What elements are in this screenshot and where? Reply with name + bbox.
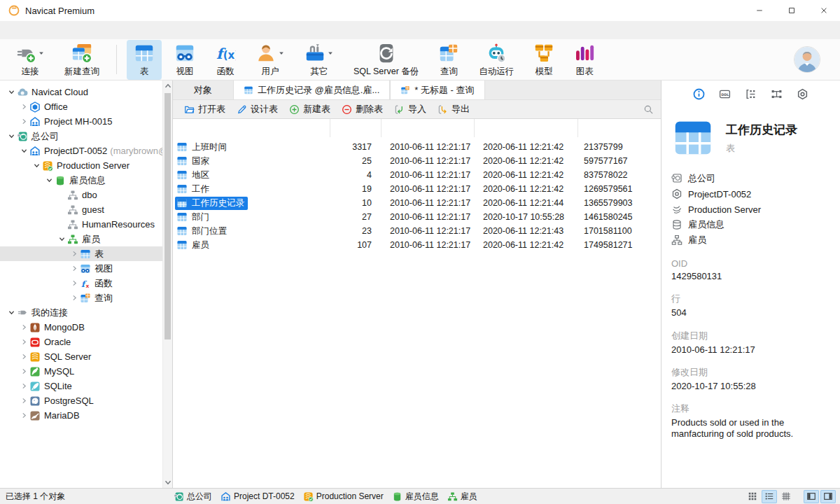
- table-row[interactable]: 国家 25 2010-06-11 12:21:17 2020-06-11 12:…: [173, 154, 661, 168]
- tree-item[interactable]: 表: [0, 246, 172, 261]
- object-toolbar-button[interactable]: 删除表: [336, 100, 388, 118]
- tree-item[interactable]: 总公司: [0, 129, 172, 144]
- toolbar-button[interactable]: 用户: [248, 40, 292, 80]
- column-header[interactable]: [382, 119, 475, 137]
- chevron-right-icon[interactable]: [69, 250, 80, 258]
- tree-item[interactable]: 视图: [0, 261, 172, 276]
- chevron-right-icon[interactable]: [18, 323, 29, 332]
- minimize-button[interactable]: [743, 0, 776, 21]
- object-toolbar-button[interactable]: 新建表: [284, 100, 336, 118]
- info-panel-tab[interactable]: DDL: [718, 87, 732, 101]
- scroll-down-icon[interactable]: [163, 477, 173, 488]
- chevron-down-icon[interactable]: [6, 309, 17, 317]
- table-row[interactable]: 部门 27 2010-06-11 12:21:17 2020-10-17 10:…: [173, 210, 661, 224]
- table-row[interactable]: 上班时间 3317 2010-06-11 12:21:17 2020-06-11…: [173, 140, 661, 154]
- table-row[interactable]: 雇员 107 2010-06-11 12:21:17 2020-06-11 12…: [173, 238, 661, 252]
- chevron-right-icon[interactable]: [18, 118, 29, 126]
- tree-item[interactable]: 查询: [0, 290, 172, 305]
- tree-item[interactable]: 我的连接: [0, 305, 172, 320]
- toolbar-button[interactable]: 模型: [526, 40, 561, 80]
- tree-item[interactable]: PostgreSQL: [0, 393, 172, 408]
- tree-item[interactable]: dbo: [0, 188, 172, 202]
- chevron-right-icon[interactable]: [18, 368, 29, 376]
- chevron-down-icon[interactable]: [43, 176, 55, 185]
- toolbar-button[interactable]: 新建查询: [57, 40, 106, 80]
- toolbar-button[interactable]: 图表: [567, 40, 602, 80]
- tree-item[interactable]: guest: [0, 202, 172, 217]
- table-row[interactable]: 部门位置 23 2010-06-11 12:21:17 2020-06-11 1…: [173, 224, 661, 238]
- chevron-right-icon[interactable]: [18, 353, 29, 361]
- chevron-right-icon[interactable]: [18, 338, 29, 346]
- tree-item[interactable]: SQLite: [0, 379, 172, 393]
- scroll-up-icon[interactable]: [163, 80, 173, 92]
- scrollbar-thumb[interactable]: [164, 93, 171, 340]
- object-toolbar-button[interactable]: 导出: [432, 100, 475, 118]
- chevron-down-icon[interactable]: [56, 235, 67, 244]
- breadcrumb-item[interactable]: 雇员: [447, 491, 477, 503]
- toolbar-button[interactable]: f(x) 函数: [208, 40, 243, 80]
- breadcrumb-item[interactable]: 总公司: [174, 491, 212, 503]
- tab[interactable]: 对象: [173, 80, 233, 99]
- view-mode-button[interactable]: [804, 490, 819, 503]
- toolbar-button[interactable]: 自动运行: [472, 40, 521, 80]
- view-mode-button[interactable]: [745, 490, 760, 503]
- user-avatar[interactable]: [794, 46, 820, 73]
- table-row[interactable]: 工作历史记录 10 2010-06-11 12:21:17 2020-06-11…: [173, 196, 661, 210]
- tab[interactable]: * 无标题 - 查询: [390, 80, 484, 99]
- tab[interactable]: 工作历史记录 @雇员信息.雇...: [233, 80, 390, 99]
- chevron-down-icon[interactable]: [6, 132, 17, 141]
- tree-item[interactable]: HumanResources: [0, 217, 172, 232]
- toolbar-button[interactable]: 视图: [167, 40, 202, 80]
- close-button[interactable]: [808, 0, 840, 21]
- chevron-right-icon[interactable]: [69, 294, 80, 302]
- table-row[interactable]: 地区 4 2010-06-11 12:21:17 2020-06-11 12:2…: [173, 168, 661, 182]
- tree-item[interactable]: Navicat Cloud: [0, 85, 172, 99]
- chevron-down-icon[interactable]: [31, 162, 42, 170]
- object-toolbar-button[interactable]: 导入: [388, 100, 432, 118]
- column-header[interactable]: [173, 119, 330, 137]
- tree-item[interactable]: Oracle: [0, 335, 172, 349]
- tree-item[interactable]: MariaDB: [0, 408, 172, 423]
- info-panel-tab[interactable]: [796, 87, 810, 101]
- tree-item[interactable]: Office: [0, 99, 172, 114]
- chevron-right-icon[interactable]: [18, 382, 29, 391]
- chevron-right-icon[interactable]: [18, 397, 29, 405]
- chevron-right-icon[interactable]: [18, 103, 29, 111]
- tree-item[interactable]: Production Server: [0, 158, 172, 173]
- toolbar-button[interactable]: 其它: [298, 40, 341, 80]
- column-header[interactable]: [475, 119, 578, 137]
- toolbar-button[interactable]: 查询: [431, 40, 466, 80]
- toolbar-button[interactable]: 表: [127, 40, 162, 80]
- info-panel-tab[interactable]: [744, 87, 758, 101]
- object-toolbar-button[interactable]: 设计表: [231, 100, 284, 118]
- tree-item[interactable]: 雇员: [0, 232, 172, 246]
- tree-item[interactable]: MongoDB: [0, 320, 172, 335]
- toolbar-button[interactable]: 连接: [8, 40, 52, 80]
- object-toolbar-button[interactable]: 打开表: [178, 100, 231, 118]
- chevron-right-icon[interactable]: [69, 279, 80, 288]
- table-row[interactable]: 工作 19 2010-06-11 12:21:17 2020-06-11 12:…: [173, 182, 661, 196]
- info-panel-tab[interactable]: [770, 87, 784, 101]
- tree-item[interactable]: 雇员信息: [0, 173, 172, 188]
- tree-item[interactable]: SQL Server: [0, 349, 172, 364]
- column-header[interactable]: [578, 119, 661, 137]
- sidebar-scrollbar[interactable]: [162, 80, 172, 488]
- breadcrumb-item[interactable]: 雇员信息: [392, 491, 439, 503]
- chevron-down-icon[interactable]: [6, 88, 17, 97]
- chevron-right-icon[interactable]: [69, 265, 80, 273]
- chevron-down-icon[interactable]: [18, 147, 29, 155]
- view-mode-button[interactable]: [762, 490, 777, 503]
- breadcrumb-item[interactable]: Production Server: [303, 491, 384, 502]
- info-panel-tab[interactable]: [692, 87, 706, 101]
- chevron-right-icon[interactable]: [18, 412, 29, 420]
- view-mode-button[interactable]: [778, 490, 794, 503]
- tree-item[interactable]: ProjectDT-0052 (marybrown@: [0, 144, 172, 158]
- column-header[interactable]: [330, 119, 382, 137]
- tree-item[interactable]: MySQL: [0, 364, 172, 379]
- maximize-button[interactable]: [776, 0, 808, 21]
- toolbar-button[interactable]: SQL Server 备份: [346, 40, 426, 80]
- search-icon[interactable]: [643, 104, 654, 115]
- breadcrumb-item[interactable]: Project DT-0052: [220, 491, 295, 502]
- view-mode-button[interactable]: [820, 490, 836, 503]
- tree-item[interactable]: fx 函数: [0, 276, 172, 290]
